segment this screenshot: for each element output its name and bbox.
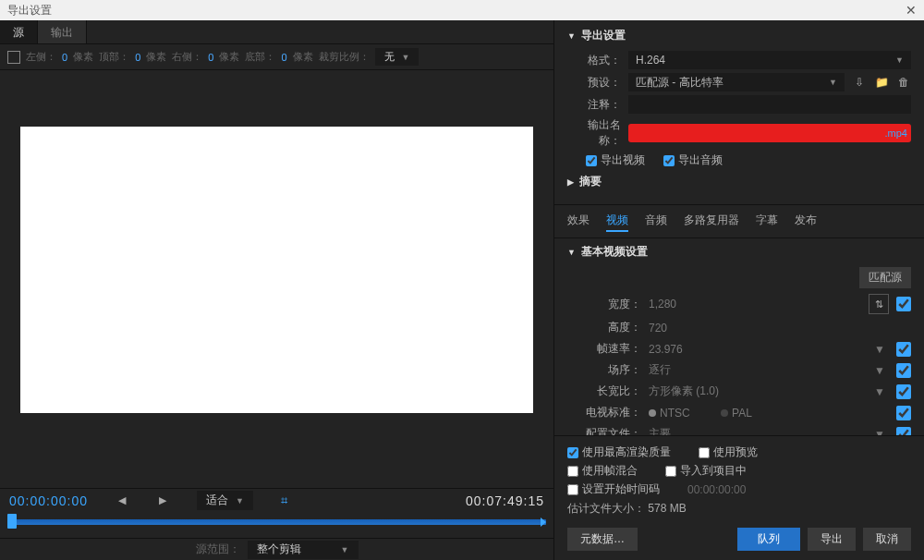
tab-audio[interactable]: 音频 <box>645 211 667 232</box>
playhead[interactable] <box>7 514 17 529</box>
height-value[interactable]: 720 <box>649 322 861 335</box>
width-value[interactable]: 1,280 <box>649 298 861 310</box>
crop-icon[interactable] <box>7 51 20 64</box>
timeline[interactable] <box>7 514 546 530</box>
tv-standard-radio[interactable]: NTSC PAL <box>649 407 889 420</box>
field-match-checkbox[interactable] <box>896 363 911 378</box>
basic-video-header[interactable]: ▼基本视频设置 <box>567 244 911 260</box>
estimated-size: 578 MB <box>648 502 686 515</box>
start-timecode-value: 00:00:00:00 <box>687 483 746 496</box>
duration: 00:07:49:15 <box>466 493 544 508</box>
save-preset-icon[interactable]: ⇩ <box>852 75 867 90</box>
import-project-checkbox[interactable]: 导入到项目中 <box>665 463 747 479</box>
export-audio-checkbox[interactable]: 导出音频 <box>663 152 723 168</box>
tab-output[interactable]: 输出 <box>38 20 87 43</box>
current-timecode[interactable]: 00:00:00:00 <box>9 493 88 508</box>
out-point[interactable] <box>541 517 546 527</box>
tab-effects[interactable]: 效果 <box>567 211 590 232</box>
max-quality-checkbox[interactable]: 使用最高渲染质量 <box>567 444 671 460</box>
match-source-button[interactable]: 匹配源 <box>859 267 911 288</box>
crop-ratio-dropdown[interactable]: 无▼ <box>375 48 419 66</box>
render-options: 使用最高渲染质量 使用预览 使用帧混合 导入到项目中 设置开始时间码 00:00… <box>554 435 924 522</box>
export-settings-header[interactable]: ▼导出设置 <box>567 28 911 43</box>
aspect-match-checkbox[interactable] <box>896 384 911 399</box>
export-video-checkbox[interactable]: 导出视频 <box>586 152 645 168</box>
comment-input[interactable] <box>628 95 911 114</box>
tv-match-checkbox[interactable] <box>896 406 911 420</box>
tab-publish[interactable]: 发布 <box>795 211 817 232</box>
export-button[interactable]: 导出 <box>808 528 856 551</box>
window-title: 导出设置 <box>7 3 52 18</box>
video-settings-scroll[interactable]: ▼基本视频设置 匹配源 宽度： 1,280 ⇅ 高度： 720 帧速率： 23.… <box>554 238 924 435</box>
prev-frame-icon[interactable]: ◀ <box>116 494 128 506</box>
aspect-correction-icon[interactable]: ⌗ <box>281 493 287 508</box>
range-label: 源范围： <box>196 542 240 557</box>
import-preset-icon[interactable]: 📁 <box>874 75 889 90</box>
dimensions-match-checkbox[interactable] <box>896 297 911 311</box>
use-preview-checkbox[interactable]: 使用预览 <box>699 444 758 460</box>
output-name-link[interactable]: .mp4 <box>628 124 911 142</box>
queue-button[interactable]: 队列 <box>737 528 800 551</box>
source-range-dropdown[interactable]: 整个剪辑▼ <box>248 541 359 559</box>
tab-multiplexer[interactable]: 多路复用器 <box>684 211 739 232</box>
profile-dropdown[interactable]: 主要▼ <box>649 426 889 435</box>
summary-header[interactable]: ▶摘要 <box>567 174 911 189</box>
link-dimensions-icon[interactable]: ⇅ <box>869 294 889 314</box>
frame-blend-checkbox[interactable]: 使用帧混合 <box>567 463 638 479</box>
preview-panel: 源 输出 左侧：0像素 顶部：0像素 右侧：0像素 底部：0像素 裁剪比例： 无… <box>0 20 554 560</box>
fps-match-checkbox[interactable] <box>896 342 911 357</box>
title-bar: 导出设置 ✕ <box>0 0 924 20</box>
field-order-dropdown[interactable]: 逐行▼ <box>649 362 889 378</box>
tab-source[interactable]: 源 <box>0 20 38 43</box>
crop-toolbar: 左侧：0像素 顶部：0像素 右侧：0像素 底部：0像素 裁剪比例： 无▼ <box>0 44 553 70</box>
close-icon[interactable]: ✕ <box>906 3 917 18</box>
format-dropdown[interactable]: H.264▼ <box>628 51 911 69</box>
tab-captions[interactable]: 字幕 <box>756 211 778 232</box>
aspect-dropdown[interactable]: 方形像素 (1.0)▼ <box>649 383 889 399</box>
delete-preset-icon[interactable]: 🗑 <box>896 75 911 90</box>
tab-video[interactable]: 视频 <box>606 211 628 232</box>
zoom-fit-dropdown[interactable]: 适合▼ <box>197 491 253 510</box>
framerate-dropdown[interactable]: 23.976▼ <box>649 343 889 356</box>
start-timecode-checkbox[interactable]: 设置开始时间码 <box>567 481 660 497</box>
next-frame-icon[interactable]: ▶ <box>156 494 169 506</box>
metadata-button[interactable]: 元数据… <box>567 528 638 551</box>
cancel-button[interactable]: 取消 <box>863 528 911 551</box>
profile-match-checkbox[interactable] <box>896 427 911 436</box>
preview-canvas <box>20 127 533 413</box>
preset-dropdown[interactable]: 匹配源 - 高比特率▼ <box>628 73 845 91</box>
settings-panel: ▼导出设置 格式： H.264▼ 预设： 匹配源 - 高比特率▼ ⇩ 📁 🗑 注… <box>554 20 924 560</box>
